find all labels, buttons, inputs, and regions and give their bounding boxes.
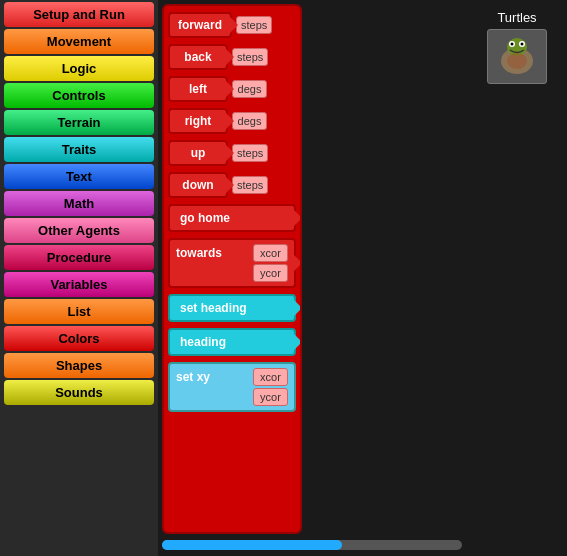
down-input[interactable]: steps <box>232 176 268 194</box>
right-block[interactable]: right <box>168 108 228 134</box>
forward-block-row: forward steps <box>168 12 296 38</box>
sidebar-item-controls[interactable]: Controls <box>4 83 154 108</box>
sidebar-item-sounds[interactable]: Sounds <box>4 380 154 405</box>
forward-input[interactable]: steps <box>236 16 272 34</box>
towards-xcor[interactable]: xcor <box>253 244 288 262</box>
set-xy-row2: ycor <box>176 388 288 406</box>
left-block[interactable]: left <box>168 76 228 102</box>
turtle-image <box>492 33 542 81</box>
sidebar-item-list[interactable]: List <box>4 299 154 324</box>
sidebar-item-math[interactable]: Math <box>4 191 154 216</box>
left-block-row: left degs <box>168 76 296 102</box>
up-block[interactable]: up <box>168 140 228 166</box>
sidebar-item-variables[interactable]: Variables <box>4 272 154 297</box>
back-block-row: back steps <box>168 44 296 70</box>
svg-point-5 <box>521 42 524 45</box>
scrollbar-thumb[interactable] <box>162 540 342 550</box>
turtles-label: Turtles <box>497 10 536 25</box>
towards-ycor[interactable]: ycor <box>253 264 288 282</box>
main-area: forward steps back steps left degs right… <box>158 0 567 556</box>
towards-row2: ycor <box>176 264 288 282</box>
left-input[interactable]: degs <box>232 80 267 98</box>
towards-row1: towards xcor <box>176 244 288 262</box>
set-heading-block[interactable]: set heading <box>168 294 296 322</box>
sidebar-item-colors[interactable]: Colors <box>4 326 154 351</box>
blocks-panel: forward steps back steps left degs right… <box>162 4 302 534</box>
sidebar-item-movement[interactable]: Movement <box>4 29 154 54</box>
up-block-row: up steps <box>168 140 296 166</box>
heading-wrapper: heading <box>168 328 296 356</box>
go-home-block[interactable]: go home <box>168 204 296 232</box>
towards-label: towards <box>176 246 222 260</box>
set-xy-row1: set xy xcor <box>176 368 288 386</box>
sidebar-item-procedure[interactable]: Procedure <box>4 245 154 270</box>
sidebar-item-terrain[interactable]: Terrain <box>4 110 154 135</box>
towards-block[interactable]: towards xcor ycor <box>168 238 296 288</box>
sidebar-item-traits[interactable]: Traits <box>4 137 154 162</box>
set-xy-block[interactable]: set xy xcor ycor <box>168 362 296 412</box>
sidebar: Setup and Run Movement Logic Controls Te… <box>0 0 158 556</box>
sidebar-item-other-agents[interactable]: Other Agents <box>4 218 154 243</box>
set-xy-xcor[interactable]: xcor <box>253 368 288 386</box>
set-xy-ycor[interactable]: ycor <box>253 388 288 406</box>
back-input[interactable]: steps <box>232 48 268 66</box>
horizontal-scrollbar[interactable] <box>162 540 462 550</box>
sidebar-item-text[interactable]: Text <box>4 164 154 189</box>
sidebar-item-shapes[interactable]: Shapes <box>4 353 154 378</box>
svg-point-4 <box>511 42 514 45</box>
sidebar-item-setup-run[interactable]: Setup and Run <box>4 2 154 27</box>
forward-block[interactable]: forward <box>168 12 232 38</box>
back-block[interactable]: back <box>168 44 228 70</box>
sidebar-item-logic[interactable]: Logic <box>4 56 154 81</box>
heading-block[interactable]: heading <box>168 328 296 356</box>
set-xy-label: set xy <box>176 370 210 384</box>
go-home-wrapper: go home <box>168 204 296 232</box>
down-block-row: down steps <box>168 172 296 198</box>
down-block[interactable]: down <box>168 172 228 198</box>
turtle-box <box>487 29 547 84</box>
svg-point-6 <box>507 53 527 69</box>
turtles-panel: Turtles <box>487 10 547 84</box>
set-heading-wrapper: set heading <box>168 294 296 322</box>
right-input[interactable]: degs <box>232 112 267 130</box>
up-input[interactable]: steps <box>232 144 268 162</box>
right-block-row: right degs <box>168 108 296 134</box>
